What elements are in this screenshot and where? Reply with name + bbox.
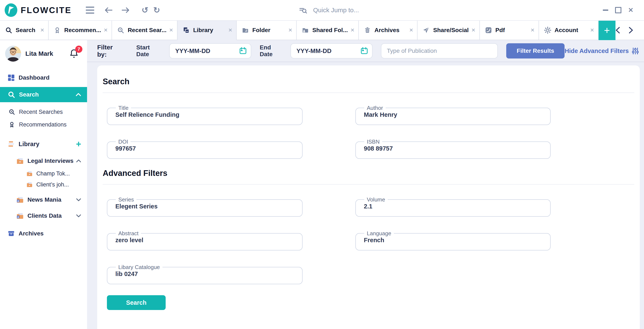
title-input[interactable]: [112, 111, 295, 118]
folder-icon: [242, 27, 249, 34]
tab-share-social[interactable]: Share/Social ✕: [418, 21, 480, 40]
tab-archives[interactable]: Archives ✕: [359, 21, 418, 40]
language-field: Language: [356, 231, 550, 251]
pdf-icon: [485, 27, 492, 34]
sidebar-item-champ-tok[interactable]: Champ Tok...: [0, 168, 87, 179]
back-icon[interactable]: [104, 7, 113, 13]
tab-pdf[interactable]: Pdf ✕: [480, 21, 539, 40]
tab-search[interactable]: Search ✕: [0, 21, 48, 40]
tab-recent-searches[interactable]: Recent Sear... ✕: [112, 21, 178, 40]
library-list-icon: [8, 140, 15, 148]
tab-close-icon[interactable]: ✕: [228, 27, 232, 33]
reload-forward-icon[interactable]: ↻: [154, 6, 160, 14]
quick-jump[interactable]: Quick Jump to...: [299, 0, 359, 20]
author-field: Author: [356, 105, 550, 125]
tab-shared-folders[interactable]: Shared Fol... ✕: [297, 21, 359, 40]
isbn-label: ISBN: [364, 139, 382, 144]
tab-label: Shared Fol...: [312, 27, 348, 33]
tab-scroll-left-icon[interactable]: [616, 27, 620, 33]
sidebar-item-dashboard[interactable]: Dashboard: [0, 71, 87, 84]
app-window: FLOWCITE ↺ ↻ Quick Jump to... ✕: [0, 0, 644, 329]
advanced-fields-grid: Series Volume Abstract Language: [97, 197, 640, 284]
send-icon: [422, 27, 430, 34]
reload-back-icon[interactable]: ↺: [142, 6, 148, 14]
folder-icon: [26, 181, 32, 188]
chevron-up-icon[interactable]: [76, 93, 81, 96]
tab-close-icon[interactable]: ✕: [590, 27, 594, 33]
tab-recommendations[interactable]: Recommen... ✕: [48, 21, 112, 40]
notification-badge: 7: [75, 46, 82, 53]
card-wrap: Search Title Author DOI: [87, 62, 644, 329]
sidebar: Lita Mark 7 Dashboard Search: [0, 40, 87, 329]
tab-close-icon[interactable]: ✕: [350, 27, 354, 33]
author-input[interactable]: [361, 111, 543, 118]
filter-bar: Filter by: Start Date End Date Filter R: [87, 40, 644, 62]
new-tab-button[interactable]: +: [598, 21, 616, 40]
maximize-icon[interactable]: [615, 7, 622, 13]
sidebar-item-clients-joh[interactable]: Client’s joh...: [0, 179, 87, 190]
chevron-down-icon[interactable]: [76, 198, 81, 201]
tab-folder[interactable]: Folder ✕: [237, 21, 297, 40]
sidebar-item-recommendations[interactable]: Recommendations: [0, 118, 87, 131]
tab-close-icon[interactable]: ✕: [288, 27, 292, 33]
sidebar-item-legal-interviews[interactable]: Legal Interviews: [0, 154, 87, 168]
library-catalogue-label: Libary Catalogue: [116, 264, 162, 270]
tab-account[interactable]: Account ✕: [539, 21, 598, 40]
tab-close-icon[interactable]: ✕: [530, 27, 534, 33]
sliders-icon: [632, 47, 639, 54]
calendar-icon[interactable]: [239, 47, 247, 55]
award-icon: [54, 27, 61, 34]
search-icon: [5, 27, 12, 34]
sidebar-item-recent-searches[interactable]: Recent Searches: [0, 106, 87, 118]
top-bar: FLOWCITE ↺ ↻ Quick Jump to... ✕: [0, 0, 644, 20]
hide-advanced-filters-link[interactable]: Hide Advanced Filters: [564, 47, 639, 54]
sidebar-item-archives[interactable]: Archives: [0, 226, 87, 241]
abstract-label: Abstract: [116, 231, 141, 236]
abstract-input[interactable]: [112, 236, 295, 244]
doi-input[interactable]: [112, 145, 295, 152]
library-catalogue-input[interactable]: [112, 270, 295, 278]
sidebar-item-clients-data[interactable]: Clients Data: [0, 209, 87, 223]
window-controls: ✕: [603, 0, 634, 20]
avatar[interactable]: [5, 46, 21, 62]
open-folder-icon: [16, 157, 24, 165]
calendar-icon[interactable]: [360, 47, 368, 55]
minimize-icon[interactable]: [603, 9, 608, 11]
quick-jump-icon: [299, 6, 307, 14]
tab-library[interactable]: Library ✕: [178, 21, 237, 40]
tab-scroll-right-icon[interactable]: [628, 27, 633, 33]
series-input[interactable]: [112, 203, 295, 210]
language-input[interactable]: [361, 236, 543, 244]
tab-strip: Search ✕ Recommen... ✕ Recent Sear... ✕ …: [0, 20, 644, 40]
tab-close-icon[interactable]: ✕: [40, 27, 44, 33]
sidebar-item-news-mania[interactable]: News Mania: [0, 193, 87, 207]
tab-close-icon[interactable]: ✕: [169, 27, 173, 33]
tab-label: Recent Sear...: [128, 27, 166, 33]
notifications-bell[interactable]: 7: [69, 48, 78, 59]
tab-label: Pdf: [496, 27, 528, 33]
close-window-icon[interactable]: ✕: [628, 7, 634, 13]
tab-close-icon[interactable]: ✕: [409, 27, 413, 33]
isbn-input[interactable]: [361, 145, 543, 152]
forward-icon[interactable]: [121, 7, 130, 13]
volume-label: Volume: [364, 197, 388, 202]
filter-by-label: Filter by:: [97, 44, 124, 58]
add-library-icon[interactable]: +: [76, 140, 81, 148]
divider: [103, 92, 634, 93]
sidebar-item-library[interactable]: Library +: [0, 137, 87, 151]
chevron-down-icon[interactable]: [76, 214, 81, 218]
user-name: Lita Mark: [25, 50, 53, 57]
chevron-up-icon[interactable]: [76, 159, 81, 163]
tab-close-icon[interactable]: ✕: [104, 27, 108, 33]
sidebar-item-search[interactable]: Search: [0, 87, 87, 102]
tab-close-icon[interactable]: ✕: [471, 27, 476, 33]
content-area: Filter by: Start Date End Date Filter R: [87, 40, 644, 329]
shared-folder-icon: [16, 212, 24, 220]
search-icon: [8, 91, 15, 98]
flowcite-logo-icon: [4, 3, 18, 17]
menu-icon[interactable]: [86, 6, 94, 14]
publication-type-input[interactable]: [381, 43, 498, 58]
volume-input[interactable]: [361, 203, 543, 210]
search-submit-button[interactable]: Search: [107, 295, 166, 310]
filter-results-button[interactable]: Filter Results: [506, 43, 564, 58]
